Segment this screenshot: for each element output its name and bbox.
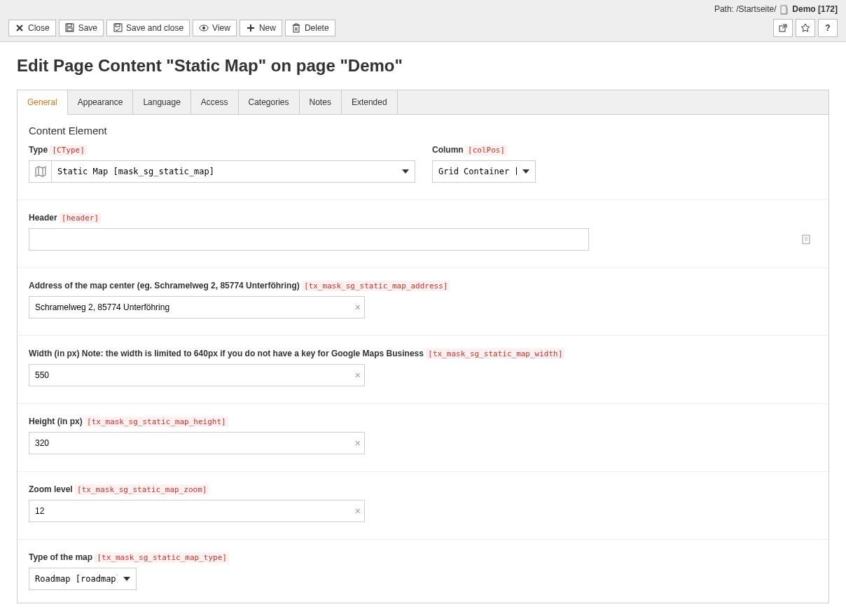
- view-button[interactable]: View: [193, 20, 237, 36]
- maptype-select[interactable]: Roadmap [roadmap]: [29, 568, 137, 590]
- close-icon: [15, 23, 25, 33]
- bookmark-button[interactable]: [796, 19, 815, 37]
- map-icon: [29, 160, 51, 183]
- tab-extended[interactable]: Extended: [342, 90, 398, 114]
- tab-notes[interactable]: Notes: [300, 90, 342, 114]
- save-and-close-button[interactable]: Save and close: [106, 20, 190, 36]
- svg-rect-0: [781, 6, 786, 14]
- height-label: Height (in px) [tx_mask_sg_static_map_he…: [29, 416, 817, 426]
- clear-icon[interactable]: ×: [355, 438, 361, 449]
- type-select[interactable]: Static Map [mask_sg_static_map]: [51, 160, 415, 183]
- clear-icon[interactable]: ×: [355, 370, 361, 381]
- column-select[interactable]: Grid Container [-1]: [432, 160, 536, 183]
- file-icon: [780, 5, 789, 15]
- tabs: General Appearance Language Access Categ…: [17, 90, 829, 115]
- width-input[interactable]: [29, 364, 365, 386]
- address-input[interactable]: [29, 296, 365, 318]
- tab-appearance[interactable]: Appearance: [68, 90, 134, 114]
- external-link-icon: [778, 23, 788, 33]
- help-button[interactable]: ?: [818, 19, 838, 37]
- svg-rect-3: [67, 28, 72, 31]
- svg-rect-5: [116, 24, 120, 27]
- svg-rect-10: [803, 235, 810, 244]
- save-button[interactable]: Save: [59, 20, 104, 36]
- section-title: Content Element: [29, 125, 817, 136]
- save-icon: [65, 23, 75, 33]
- new-button[interactable]: New: [240, 20, 282, 36]
- eye-icon: [199, 23, 209, 33]
- header-wizard-icon[interactable]: [802, 234, 810, 244]
- tab-general[interactable]: General: [18, 90, 68, 115]
- tab-categories[interactable]: Categories: [239, 90, 300, 114]
- header-input[interactable]: [29, 228, 589, 251]
- path-segment[interactable]: /Startseite/: [736, 4, 776, 14]
- type-label: Type [CType]: [29, 145, 415, 155]
- path-current: Demo [172]: [792, 4, 838, 14]
- close-button[interactable]: Close: [8, 20, 56, 36]
- clear-icon[interactable]: ×: [355, 302, 361, 313]
- trash-icon: [291, 23, 301, 33]
- plus-icon: [246, 23, 256, 33]
- star-icon: [800, 23, 810, 33]
- height-input[interactable]: [29, 432, 365, 454]
- svg-point-7: [202, 27, 205, 29]
- column-label: Column [colPos]: [432, 145, 536, 155]
- maptype-label: Type of the map [tx_mask_sg_static_map_t…: [29, 552, 817, 562]
- breadcrumb: Path: /Startseite/ Demo [172]: [8, 4, 838, 19]
- clear-icon[interactable]: ×: [355, 505, 361, 517]
- open-new-window-button[interactable]: [773, 19, 793, 37]
- delete-button[interactable]: Delete: [285, 20, 335, 36]
- question-icon: ?: [825, 23, 830, 33]
- save-close-icon: [113, 23, 123, 33]
- zoom-input[interactable]: [29, 500, 365, 522]
- tab-language[interactable]: Language: [133, 90, 190, 114]
- address-label: Address of the map center (eg. Schramelw…: [29, 281, 817, 290]
- page-title: Edit Page Content "Static Map" on page "…: [17, 56, 829, 76]
- tab-access[interactable]: Access: [191, 90, 239, 114]
- zoom-label: Zoom level [tx_mask_sg_static_map_zoom]: [29, 484, 817, 494]
- svg-rect-2: [67, 24, 71, 27]
- path-label: Path:: [714, 4, 734, 14]
- svg-rect-8: [293, 25, 299, 32]
- header-label: Header [header]: [29, 213, 817, 223]
- width-label: Width (in px) Note: the width is limited…: [29, 349, 817, 358]
